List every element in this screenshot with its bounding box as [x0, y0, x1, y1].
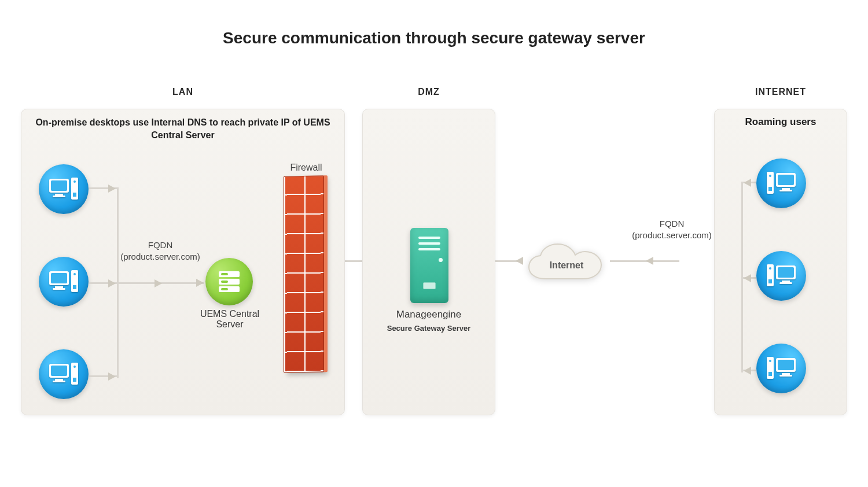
lan-desktop-icon [39, 164, 89, 214]
svg-rect-25 [221, 281, 228, 283]
svg-rect-29 [782, 188, 790, 190]
roaming-desktop-icon [756, 344, 806, 393]
arrow-into-cloud-left [516, 257, 523, 265]
secure-gateway-server-label: Manageengine Secure Gateway Server [374, 309, 483, 333]
svg-rect-16 [55, 379, 63, 381]
gateway-label-line2: Secure Gateway Server [374, 324, 483, 333]
roaming-fqdn-line2: (product.server.com) [620, 230, 724, 241]
arrow-right-icon [108, 372, 116, 381]
svg-point-19 [73, 366, 76, 368]
lan-desktop-icon [39, 257, 89, 307]
svg-rect-47 [768, 372, 772, 376]
svg-rect-37 [779, 282, 792, 284]
roaming-panel: Roaming users [714, 109, 847, 415]
firewall-icon [284, 175, 324, 372]
arrow-toward-cloud-from-roaming [646, 257, 653, 265]
lan-fqdn-line1: FQDN [108, 239, 212, 251]
arrow-left-icon [744, 367, 751, 375]
svg-rect-44 [779, 375, 792, 377]
lan-fqdn-line2: (product.server.com) [108, 251, 212, 263]
svg-rect-10 [53, 288, 65, 290]
svg-rect-1 [51, 180, 67, 191]
internet-cloud-label: Internet [523, 243, 610, 288]
svg-rect-30 [779, 190, 792, 191]
svg-rect-28 [778, 175, 794, 185]
firewall-label: Firewall [271, 163, 341, 173]
svg-rect-17 [53, 381, 65, 382]
svg-rect-24 [221, 273, 228, 275]
svg-point-32 [769, 175, 771, 177]
svg-rect-15 [51, 366, 67, 376]
gateway-label-line1: Manageengine [374, 309, 483, 320]
architecture-diagram: LAN DMZ INTERNET Internet FQDN (product.… [21, 87, 847, 452]
svg-rect-33 [768, 187, 772, 191]
svg-rect-35 [778, 267, 794, 278]
roaming-fqdn-line1: FQDN [620, 218, 724, 230]
arrow-right-icon [108, 279, 116, 287]
svg-rect-9 [55, 286, 63, 288]
internet-cloud-icon: Internet [523, 243, 610, 288]
lan-desktop-icon [39, 349, 89, 399]
svg-rect-2 [55, 194, 63, 195]
roaming-desktop-icon [756, 158, 806, 208]
svg-rect-42 [778, 360, 794, 370]
svg-rect-13 [73, 285, 76, 289]
uems-central-server-label: UEMS Central Server [186, 309, 273, 330]
lan-panel: On-premise desktops use Internal DNS to … [21, 109, 345, 415]
secure-gateway-server-icon [410, 228, 448, 303]
svg-point-46 [769, 360, 771, 362]
lan-zone-label: LAN [21, 87, 345, 97]
arrow-right-icon [196, 279, 204, 287]
arrow-right-icon [155, 279, 162, 287]
svg-rect-40 [768, 279, 772, 283]
arrow-right-icon [108, 185, 116, 193]
svg-point-12 [73, 273, 76, 275]
lan-subtitle: On-premise desktops use Internal DNS to … [33, 116, 333, 141]
dmz-panel: Manageengine Secure Gateway Server [362, 109, 495, 415]
roaming-fqdn-label: FQDN (product.server.com) [620, 218, 724, 242]
svg-rect-43 [782, 373, 790, 375]
page-title: Secure communication through secure gate… [0, 0, 868, 47]
arrow-left-icon [744, 179, 751, 187]
svg-rect-20 [73, 378, 76, 382]
uems-central-server-icon [205, 258, 253, 305]
link-cloud-to-roaming [610, 260, 679, 262]
roaming-subtitle: Roaming users [715, 116, 847, 128]
lan-fqdn-label: FQDN (product.server.com) [108, 239, 212, 263]
roaming-desktop-icon [756, 251, 806, 301]
dmz-zone-label: DMZ [362, 87, 495, 97]
svg-rect-8 [51, 273, 67, 283]
arrow-left-icon [744, 274, 751, 282]
svg-rect-3 [53, 195, 65, 197]
svg-rect-36 [782, 281, 790, 282]
svg-rect-26 [221, 288, 228, 290]
internet-zone-label: INTERNET [714, 87, 847, 97]
svg-point-5 [73, 180, 76, 183]
svg-point-39 [769, 267, 771, 270]
svg-rect-6 [73, 193, 76, 197]
